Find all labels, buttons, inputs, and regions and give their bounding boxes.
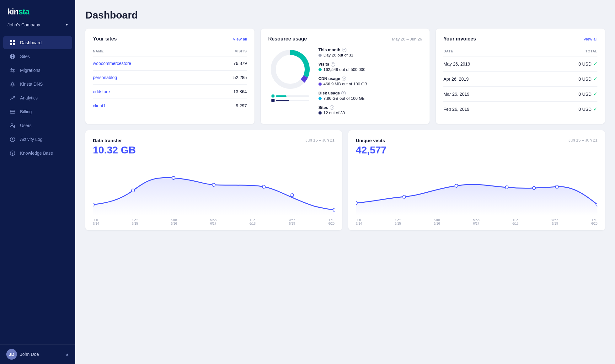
site-link[interactable]: woocommercestore bbox=[93, 61, 233, 66]
top-cards-row: Your sites View all NAME VISITS woocomme… bbox=[85, 29, 605, 124]
data-transfer-card: Data transfer Jun 15 – Jun 21 10.32 GB bbox=[85, 130, 342, 230]
uv-x-label-fri: Fri 6/14 bbox=[356, 218, 362, 225]
unique-visits-header: Unique visits Jun 15 – Jun 21 bbox=[356, 138, 597, 143]
invoice-row: Apr 26, 2019 0 USD ✓ bbox=[443, 72, 597, 87]
sidebar-item-activity-log[interactable]: Activity Log bbox=[3, 133, 72, 146]
sidebar-item-migrations[interactable]: Migrations bbox=[3, 64, 72, 77]
table-row: client1 9,297 bbox=[93, 99, 247, 113]
unique-visits-chart-svg bbox=[356, 159, 597, 216]
invoice-date: Feb 26, 2019 bbox=[443, 107, 578, 112]
cdn-val: 466.9 MB out of 100 GB bbox=[324, 82, 367, 86]
visits-value: 52,285 bbox=[233, 75, 247, 80]
visits-value: 13,864 bbox=[233, 89, 247, 94]
x-label-sun: Sun 6/16 bbox=[171, 218, 177, 225]
table-row: woocommercestore 76,879 bbox=[93, 56, 247, 71]
donut-area bbox=[268, 47, 312, 102]
invoice-col-total: TOTAL bbox=[586, 49, 597, 53]
sites-usage-item: Sites ? 12 out of 30 bbox=[318, 105, 422, 115]
data-transfer-chart-svg bbox=[93, 159, 334, 216]
sidebar-item-users[interactable]: Users bbox=[3, 119, 72, 132]
site-link[interactable]: eddstore bbox=[93, 89, 233, 94]
site-link[interactable]: personablog bbox=[93, 75, 233, 80]
sidebar-item-sites[interactable]: Sites bbox=[3, 50, 72, 63]
col-visits-header: VISITS bbox=[235, 49, 247, 53]
day-dot bbox=[318, 54, 322, 57]
site-link[interactable]: client1 bbox=[93, 103, 236, 108]
svg-point-27 bbox=[532, 186, 536, 190]
sites-card-header: Your sites View all bbox=[93, 36, 247, 42]
uv-x-label-tue: Tue 6/18 bbox=[512, 218, 518, 225]
x-label-sat: Sat 6/15 bbox=[132, 218, 138, 225]
sidebar-item-kinsta-dns[interactable]: Kinsta DNS bbox=[3, 78, 72, 91]
data-transfer-x-axis: Fri 6/14 Sat 6/15 Sun 6/16 Mon 6/17 Tue bbox=[93, 216, 334, 230]
cdn-label: CDN usage bbox=[318, 76, 340, 81]
svg-point-9 bbox=[11, 124, 13, 126]
svg-point-26 bbox=[505, 186, 508, 189]
sidebar-item-label: Users bbox=[20, 123, 32, 128]
unique-visits-value: 42,577 bbox=[356, 144, 597, 156]
invoices-view-all-link[interactable]: View all bbox=[583, 37, 597, 41]
svg-rect-2 bbox=[10, 43, 12, 45]
svg-point-18 bbox=[172, 176, 175, 179]
data-transfer-chart-area bbox=[93, 159, 334, 216]
main-content: Dashboard Your sites View all NAME VISIT… bbox=[75, 0, 615, 364]
users-icon bbox=[9, 122, 16, 129]
donut-chart bbox=[268, 47, 312, 91]
sidebar-item-label: Dashboard bbox=[20, 40, 42, 45]
invoice-total: 0 USD ✓ bbox=[579, 61, 597, 67]
x-label-tue: Tue 6/18 bbox=[249, 218, 255, 225]
resource-legend: This month ? Day 26 out of 31 Visits ? bbox=[318, 47, 422, 115]
svg-point-16 bbox=[93, 203, 94, 206]
uv-x-label-mon: Mon 6/17 bbox=[473, 218, 479, 225]
sidebar-item-label: Activity Log bbox=[20, 137, 43, 142]
sites-info-icon[interactable]: ? bbox=[330, 105, 334, 110]
company-name: John's Company bbox=[8, 22, 40, 27]
sidebar-item-label: Kinsta DNS bbox=[20, 82, 43, 87]
sidebar-item-knowledge-base[interactable]: Knowledge Base bbox=[3, 147, 72, 160]
resource-content: This month ? Day 26 out of 31 Visits ? bbox=[268, 47, 422, 115]
user-info[interactable]: JD John Doe bbox=[6, 349, 39, 360]
migrations-icon bbox=[9, 67, 16, 73]
invoices-card-header: Your invoices View all bbox=[443, 36, 597, 42]
chevron-down-icon: ▾ bbox=[66, 23, 68, 27]
unique-visits-x-axis: Fri 6/14 Sat 6/15 Sun 6/16 Mon 6/17 Tue bbox=[356, 216, 597, 230]
company-selector[interactable]: John's Company ▾ bbox=[0, 20, 75, 33]
user-chevron-icon: ▲ bbox=[65, 352, 69, 356]
sidebar-item-analytics[interactable]: Analytics bbox=[3, 91, 72, 104]
sites-table-header: NAME VISITS bbox=[93, 47, 247, 56]
svg-point-19 bbox=[212, 183, 215, 186]
resource-card: Resource usage May 26 – Jun 26 bbox=[261, 29, 430, 124]
invoices-table-body: May 26, 2019 0 USD ✓ Apr 26, 2019 0 USD … bbox=[443, 56, 597, 116]
svg-rect-3 bbox=[13, 43, 15, 45]
x-label-mon: Mon 6/17 bbox=[210, 218, 217, 225]
disk-info-icon[interactable]: ? bbox=[341, 91, 346, 95]
sidebar-item-billing[interactable]: Billing bbox=[3, 105, 72, 118]
sidebar-footer: JD John Doe ▲ bbox=[0, 344, 75, 364]
x-label-wed: Wed 6/19 bbox=[288, 218, 295, 225]
sites-view-all-link[interactable]: View all bbox=[233, 37, 247, 41]
resource-date-range: May 26 – Jun 26 bbox=[392, 37, 422, 41]
dns-icon bbox=[9, 81, 16, 87]
svg-point-29 bbox=[596, 203, 597, 206]
sidebar-item-dashboard[interactable]: Dashboard bbox=[3, 36, 72, 49]
visits-value: 76,879 bbox=[233, 61, 247, 66]
avatar: JD bbox=[6, 349, 17, 360]
table-row: eddstore 13,864 bbox=[93, 85, 247, 99]
this-month-info-icon[interactable]: ? bbox=[342, 48, 346, 52]
cdn-item: CDN usage ? 466.9 MB out of 100 GB bbox=[318, 76, 422, 86]
visits-info-icon[interactable]: ? bbox=[331, 62, 335, 67]
invoices-card-title: Your invoices bbox=[443, 36, 476, 42]
svg-point-24 bbox=[403, 195, 406, 198]
this-month-label: This month bbox=[318, 47, 340, 52]
check-icon: ✓ bbox=[593, 61, 597, 67]
cdn-info-icon[interactable]: ? bbox=[342, 77, 346, 81]
uv-x-label-wed: Wed 6/19 bbox=[551, 218, 558, 225]
table-row: personablog 52,285 bbox=[93, 71, 247, 85]
invoice-col-date: DATE bbox=[443, 49, 585, 53]
invoice-row: May 26, 2019 0 USD ✓ bbox=[443, 56, 597, 72]
sidebar: kinsta John's Company ▾ Dashboard Sites … bbox=[0, 0, 75, 364]
sidebar-item-label: Billing bbox=[20, 109, 32, 114]
invoice-row: Mar 26, 2019 0 USD ✓ bbox=[443, 87, 597, 102]
sidebar-item-label: Analytics bbox=[20, 95, 38, 100]
check-icon: ✓ bbox=[593, 106, 597, 112]
